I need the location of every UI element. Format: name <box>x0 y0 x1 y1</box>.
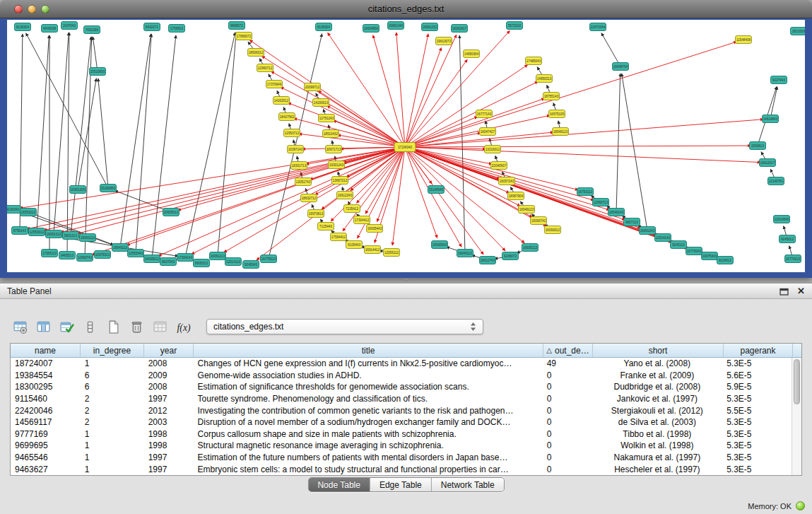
column-header-out_de[interactable]: △out_de… <box>543 344 593 357</box>
network-node[interactable]: 8130304 <box>15 23 31 31</box>
network-node[interactable]: 15093742 <box>531 217 547 225</box>
table-cell[interactable]: 6 <box>81 382 144 392</box>
network-node[interactable]: 16612343 <box>337 192 353 199</box>
network-edge[interactable] <box>405 65 528 147</box>
network-node[interactable]: 14850313 <box>536 75 553 83</box>
new-column-button[interactable] <box>105 317 122 336</box>
network-edge[interactable] <box>373 35 405 147</box>
network-node[interactable]: 17869072 <box>236 33 252 40</box>
network-node[interactable]: 17365113 <box>42 250 58 257</box>
network-node[interactable]: 5572318 <box>507 22 523 30</box>
network-node[interactable]: 20099712 <box>305 83 321 91</box>
table-cell[interactable]: Stergiakouli et al. (2012) <box>592 406 723 416</box>
network-node[interactable]: 25260850 <box>100 185 117 192</box>
table-cell[interactable]: 2 <box>81 406 144 416</box>
network-node[interactable]: 17594412 <box>331 233 347 241</box>
network-edge[interactable] <box>126 147 405 245</box>
network-edge[interactable] <box>601 33 620 66</box>
network-node[interactable]: 20671713 <box>326 146 342 153</box>
network-node[interactable]: 9227443 <box>771 76 787 84</box>
table-cell[interactable]: 2008 <box>144 382 194 392</box>
network-node[interactable]: 12014143 <box>655 234 671 242</box>
network-node[interactable]: 20605012 <box>163 209 180 216</box>
network-node[interactable]: 12553443 <box>128 250 144 257</box>
network-node[interactable]: 9130343 <box>7 206 21 214</box>
network-edge[interactable] <box>185 33 235 257</box>
table-cell[interactable]: 1997 <box>144 452 194 462</box>
table-cell[interactable]: 9699695 <box>11 440 81 450</box>
network-node[interactable]: 10975343 <box>702 252 718 260</box>
table-cell[interactable]: Genome-wide association studies in ADHD. <box>194 370 543 380</box>
network-edge[interactable] <box>218 33 236 256</box>
network-node[interactable]: 13051743 <box>295 178 312 186</box>
network-node[interactable]: 19051312 <box>46 230 62 238</box>
network-node[interactable]: 16047427 <box>480 128 496 136</box>
table-cell[interactable]: 1 <box>81 429 144 439</box>
column-header-short[interactable]: short <box>593 344 724 357</box>
network-node[interactable]: 16575105 <box>549 110 565 118</box>
table-cell[interactable]: 1 <box>81 465 144 474</box>
network-node[interactable]: 18262917 <box>452 25 468 33</box>
table-cell[interactable]: Hescheler et al. (1997) <box>592 465 723 474</box>
network-edge[interactable] <box>405 146 751 147</box>
network-edge[interactable] <box>114 191 171 212</box>
table-cell[interactable]: 1 <box>81 358 144 368</box>
window-titlebar[interactable]: citations_edges.txt <box>0 0 812 18</box>
tab-network-table[interactable]: Network Table <box>432 478 504 491</box>
table-cell[interactable]: 22420046 <box>11 406 81 416</box>
table-cell[interactable]: 1 <box>81 440 144 450</box>
network-node[interactable]: 18549143 <box>608 209 625 216</box>
network-node[interactable]: 17304143 <box>177 254 194 262</box>
table-cell[interactable]: 0 <box>543 440 592 450</box>
network-node[interactable]: 18012743 <box>480 257 496 264</box>
network-node[interactable]: 16061243 <box>640 227 656 235</box>
network-node[interactable]: 1756503 <box>169 25 185 33</box>
network-node[interactable]: 18301713 <box>291 162 307 170</box>
table-cell[interactable]: 0 <box>543 417 592 427</box>
network-node[interactable]: 17304412 <box>354 216 370 224</box>
table-cell[interactable]: Structural magnetic resonance image aver… <box>194 440 543 450</box>
network-node[interactable]: 16961232 <box>422 23 438 31</box>
network-node[interactable]: 19351305 <box>70 186 86 194</box>
table-cell[interactable]: 1998 <box>144 440 194 450</box>
table-cell[interactable]: 0 <box>543 452 592 462</box>
table-cell[interactable]: 5.3E-5 <box>722 452 792 462</box>
network-node[interactable]: 12960743 <box>77 254 93 262</box>
table-row[interactable]: 2242004622012Investigating the contribut… <box>11 404 792 416</box>
table-cell[interactable]: Jankovic et al. (1997) <box>592 394 723 404</box>
network-node[interactable]: 16793113 <box>577 188 594 196</box>
network-node[interactable]: 15144545 <box>428 186 445 194</box>
network-edge[interactable] <box>327 106 405 147</box>
network-node[interactable]: 1937043 <box>61 22 78 30</box>
network-node[interactable]: 16549123 <box>519 206 535 214</box>
network-edge[interactable] <box>67 33 69 255</box>
column-header-year[interactable]: year <box>144 344 194 357</box>
network-node[interactable]: 16935113 <box>522 244 539 252</box>
table-row[interactable]: 1456911722003Disruption of a novel membe… <box>11 416 792 428</box>
network-node[interactable]: 9886572 <box>229 22 245 30</box>
table-cell[interactable]: 2009 <box>144 370 194 380</box>
network-node[interactable]: 16553212 <box>20 209 37 216</box>
network-node[interactable]: 14202512 <box>273 97 290 105</box>
network-edge[interactable] <box>405 34 428 147</box>
network-node[interactable]: 2813309 <box>791 28 806 35</box>
network-graph[interactable]: 8130304904603819370437691358830227117565… <box>7 20 805 272</box>
network-node[interactable]: 19973813 <box>308 210 324 218</box>
network-node[interactable]: 12751243 <box>319 115 335 122</box>
network-node[interactable]: 14850364 <box>464 50 480 58</box>
network-edge[interactable] <box>178 147 405 210</box>
table-cell[interactable]: Nakamura et al. (1997) <box>592 452 723 462</box>
network-node[interactable]: 9105443 <box>346 241 363 249</box>
network-node[interactable]: 18510432 <box>323 130 339 138</box>
table-cell[interactable]: 5.3E-5 <box>722 440 792 450</box>
network-node[interactable]: 16777143 <box>476 110 493 118</box>
column-header-pagerank[interactable]: pagerank <box>724 344 793 357</box>
show-columns-button[interactable] <box>35 317 52 336</box>
network-node[interactable]: 1724040 <box>394 143 416 152</box>
table-cell[interactable]: 9777169 <box>11 429 81 439</box>
network-node[interactable]: 16812017 <box>760 159 776 167</box>
table-cell[interactable]: 9463627 <box>11 465 81 474</box>
network-node[interactable]: 11548408 <box>736 36 752 44</box>
network-node[interactable]: 18632712 <box>301 194 317 202</box>
network-node[interactable]: 16774213 <box>785 255 801 263</box>
